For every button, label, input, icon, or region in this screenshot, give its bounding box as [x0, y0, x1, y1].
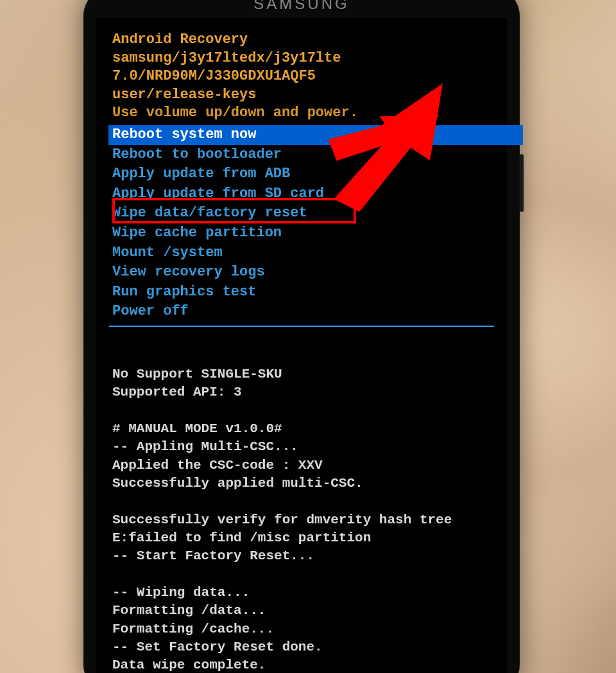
menu-mount-system[interactable]: Mount /system [112, 243, 491, 263]
log-line: E:failed to find /misc partition [112, 529, 491, 547]
log-line: Supported API: 3 [112, 383, 491, 401]
log-line: -- Appling Multi-CSC... [112, 438, 491, 456]
log-line: Successfully verify for dmverity hash tr… [112, 511, 491, 529]
log-line [112, 402, 491, 420]
phone-frame: SAMSUNG Android Recovery samsung/j3y17lt… [83, 0, 520, 673]
log-output: No Support SINGLE-SKU Supported API: 3 #… [112, 365, 491, 673]
log-line: Formatting /data... [112, 602, 491, 620]
log-line: Successfully applied multi-CSC. [112, 475, 491, 493]
log-line: # MANUAL MODE v1.0.0# [112, 420, 491, 438]
menu-apply-update-adb[interactable]: Apply update from ADB [112, 164, 491, 184]
instruction-line: Use volume up/down and power. [112, 104, 491, 123]
log-line [112, 566, 491, 584]
menu-reboot-bootloader[interactable]: Reboot to bootloader [112, 145, 491, 165]
build-info-line: 7.0/NRD90M/J330GDXU1AQF5 [112, 67, 491, 86]
log-line [112, 493, 491, 511]
log-line: No Support SINGLE-SKU [112, 365, 491, 383]
power-button[interactable] [520, 154, 524, 212]
log-line: Applied the CSC-code : XXV [112, 457, 491, 475]
keys-info-line: user/release-keys [112, 86, 491, 105]
recovery-title: Android Recovery [112, 31, 491, 49]
log-line: Data wipe complete. [112, 656, 491, 673]
phone-screen: Android Recovery samsung/j3y17ltedx/j3y1… [96, 18, 507, 673]
menu-divider [109, 326, 494, 327]
menu-power-off[interactable]: Power off [112, 302, 491, 322]
menu-apply-update-sd[interactable]: Apply update from SD card [112, 184, 491, 204]
log-line: Formatting /cache... [112, 620, 491, 638]
menu-view-logs[interactable]: View recovery logs [112, 263, 491, 283]
recovery-menu: Reboot system now Reboot to bootloader A… [112, 125, 491, 327]
device-info-line: samsung/j3y17ltedx/j3y17lte [112, 49, 491, 68]
log-line: -- Wiping data... [112, 584, 491, 602]
log-line: -- Set Factory Reset done. [112, 638, 491, 656]
phone-brand-label: SAMSUNG [83, 0, 520, 13]
menu-reboot-system[interactable]: Reboot system now [108, 125, 523, 145]
menu-wipe-cache[interactable]: Wipe cache partition [112, 223, 491, 243]
menu-wipe-data-factory-reset[interactable]: Wipe data/factory reset [112, 204, 491, 223]
log-line: -- Start Factory Reset... [112, 547, 491, 565]
menu-graphics-test[interactable]: Run graphics test [112, 283, 491, 302]
